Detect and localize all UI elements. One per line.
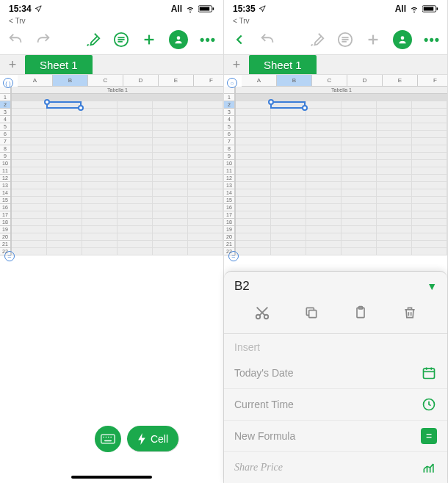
cell[interactable] [412,204,447,211]
cell[interactable] [306,160,342,167]
cell[interactable] [271,123,306,131]
cell[interactable] [12,167,47,175]
cell[interactable] [153,123,188,131]
cell[interactable] [82,189,118,197]
cell[interactable] [342,211,377,219]
insert-shareprice-row[interactable]: Share Price [224,452,447,483]
cell[interactable] [412,219,447,226]
cell[interactable] [377,175,412,182]
row-header[interactable]: 2 [0,101,11,109]
cell[interactable] [82,109,118,116]
cell[interactable] [236,131,271,138]
cell[interactable] [47,131,82,138]
cell[interactable] [12,233,47,241]
col-header[interactable]: C [88,75,123,86]
cell[interactable] [271,189,306,197]
cell[interactable] [342,101,377,109]
cell[interactable] [271,138,306,145]
cell[interactable] [82,182,118,189]
formula-widget[interactable]: = [228,251,239,261]
cell[interactable] [118,153,153,160]
cell[interactable] [236,197,271,204]
cell-button[interactable]: Cell [127,426,179,452]
cell[interactable] [342,248,377,255]
cell[interactable] [412,248,447,255]
cell[interactable] [271,145,306,153]
col-header[interactable]: C [312,75,347,86]
cell[interactable] [118,189,153,197]
col-header[interactable]: B [53,75,88,86]
row-header[interactable]: 5 [224,123,235,131]
row-header[interactable]: 16 [224,204,235,211]
cell[interactable] [412,189,447,197]
cell[interactable] [153,94,188,101]
cell[interactable] [188,109,223,116]
cell[interactable] [271,233,306,241]
cell[interactable] [271,131,306,138]
cell[interactable] [377,131,412,138]
cell[interactable] [82,145,118,153]
cell[interactable] [236,138,271,145]
insert-today-row[interactable]: Today's Date [224,357,447,389]
cell[interactable] [377,116,412,123]
cell[interactable] [47,116,82,123]
cell[interactable] [306,138,342,145]
cell[interactable] [118,204,153,211]
undo-icon[interactable] [259,32,275,48]
cell[interactable] [377,145,412,153]
row-header[interactable]: 9 [0,153,11,160]
cell[interactable] [188,167,223,175]
cell[interactable] [12,160,47,167]
cell[interactable] [377,233,412,241]
cell[interactable] [342,204,377,211]
corner-widget[interactable]: ○ [227,78,237,88]
cell[interactable] [153,204,188,211]
cell[interactable] [118,145,153,153]
row-header[interactable]: 16 [0,204,11,211]
brush-icon[interactable] [309,32,325,48]
row-header[interactable]: 5 [0,123,11,131]
cell[interactable] [47,123,82,131]
cell[interactable] [153,182,188,189]
cell[interactable] [47,175,82,182]
col-header[interactable]: F [418,75,447,86]
cell[interactable] [306,145,342,153]
cell[interactable] [236,204,271,211]
cell[interactable] [153,248,188,255]
cell[interactable] [12,131,47,138]
cell[interactable] [377,189,412,197]
row-header[interactable]: 12 [0,175,11,182]
cell[interactable] [306,123,342,131]
cell[interactable] [153,109,188,116]
cell[interactable] [271,101,306,109]
cell[interactable] [118,197,153,204]
formula-widget[interactable]: = [4,251,15,261]
cell[interactable] [412,131,447,138]
more-icon[interactable]: ••• [424,32,440,48]
row-header[interactable]: 18 [0,219,11,226]
cell[interactable] [82,101,118,109]
row-header[interactable]: 2 [224,101,235,109]
row-headers[interactable]: 12345678910111213141516171819202122 [0,87,11,255]
cell[interactable] [412,123,447,131]
cell[interactable] [412,145,447,153]
cell[interactable] [12,211,47,219]
row-headers[interactable]: 12345678910111213141516171819202122 [224,87,235,255]
cell[interactable] [12,182,47,189]
cell[interactable] [271,226,306,233]
cell[interactable] [188,138,223,145]
row-header[interactable]: 4 [224,116,235,123]
cell[interactable] [377,248,412,255]
cell[interactable] [118,94,153,101]
cell[interactable] [412,197,447,204]
cut-button[interactable] [252,302,272,323]
cell[interactable] [236,233,271,241]
cell[interactable] [271,175,306,182]
cell[interactable] [271,197,306,204]
cell[interactable] [188,175,223,182]
cell[interactable] [342,189,377,197]
cell[interactable] [271,109,306,116]
cell[interactable] [12,204,47,211]
cell[interactable] [306,226,342,233]
cell[interactable] [12,175,47,182]
